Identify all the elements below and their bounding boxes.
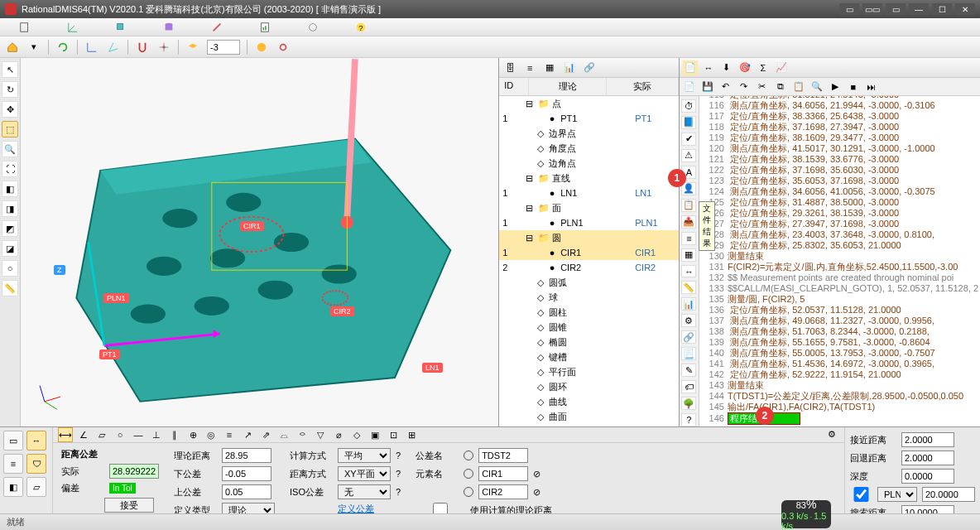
pick-tool-icon[interactable]: ⬚ <box>2 121 18 137</box>
side-link-icon[interactable]: 🔗 <box>681 330 696 344</box>
tol-par-icon[interactable]: ∥ <box>167 427 182 442</box>
tree-row[interactable]: 1●LN1LN1 <box>499 186 679 200</box>
elem2-input[interactable] <box>478 484 528 499</box>
mode-dist-icon[interactable]: ↔ <box>26 431 46 450</box>
tolname-input[interactable] <box>478 448 528 463</box>
side-fileresult-icon[interactable]: 📋 文件结果 <box>681 199 696 212</box>
close-button[interactable]: ✕ <box>955 3 975 15</box>
menu-db-icon[interactable] <box>152 21 185 34</box>
step-icon[interactable]: ⏭ <box>865 80 878 94</box>
side-dim-icon[interactable]: ↔ <box>681 265 696 278</box>
tol-sprof-icon[interactable]: ⌔ <box>295 427 310 442</box>
mode-box-icon[interactable]: ▭ <box>3 431 23 450</box>
calc-help-icon[interactable]: ? <box>396 450 401 460</box>
settings-icon[interactable] <box>276 40 291 55</box>
side-chart-icon[interactable]: 📊 <box>681 297 696 311</box>
tab-tol-icon[interactable]: ↔ <box>701 60 716 75</box>
tol-extra4-icon[interactable]: ⊞ <box>404 427 419 442</box>
tab-probe-icon[interactable]: 🎯 <box>737 60 752 75</box>
rotate-tool-icon[interactable]: ↻ <box>2 81 18 98</box>
redo-icon[interactable]: ↷ <box>737 80 751 94</box>
side-help-icon[interactable]: ? <box>681 413 696 426</box>
tol-run-icon[interactable]: ↗ <box>240 427 255 442</box>
side-doc-icon[interactable]: 📃 <box>681 347 696 360</box>
tab-feature-db-icon[interactable]: 🗄 <box>502 60 517 75</box>
gear-icon[interactable]: ⚙ <box>828 429 836 440</box>
dir-help-icon[interactable]: ? <box>396 469 401 479</box>
plane-select[interactable]: PLN1 <box>877 487 917 502</box>
dropdown-arrow-icon[interactable]: ▾ <box>26 40 41 55</box>
elem1-radio[interactable] <box>464 469 473 479</box>
tree-row[interactable]: ◇椭圆 <box>499 335 679 349</box>
tol-angle-icon[interactable]: ∠ <box>76 427 91 442</box>
tree-row[interactable]: ◇曲面 <box>499 409 679 424</box>
tab-feature-chart-icon[interactable]: 📊 <box>562 60 577 75</box>
menu-report-icon[interactable] <box>248 21 281 34</box>
view3-tool-icon[interactable]: ◩ <box>2 220 18 237</box>
view4-tool-icon[interactable]: ◪ <box>2 240 18 257</box>
layer-input[interactable] <box>207 40 240 55</box>
feature-tree[interactable]: ⊟📁点1●PT1PT1◇边界点◇角度点◇边角点⊟📁直线1●LN1LN1⊟📁面1●… <box>499 96 679 426</box>
stop-icon[interactable]: ■ <box>847 80 860 94</box>
depth-input[interactable] <box>901 469 954 484</box>
side-ruler-icon[interactable]: 📏 <box>681 281 696 294</box>
window-group3-icon[interactable]: ▭ <box>886 3 906 15</box>
elem2-radio[interactable] <box>464 487 473 497</box>
accept-button[interactable]: 接受 <box>104 498 154 513</box>
save-icon[interactable]: 💾 <box>701 80 714 94</box>
tol-line-icon[interactable]: — <box>131 427 146 442</box>
run-icon[interactable]: ▶ <box>829 80 842 94</box>
retract-input[interactable] <box>901 450 954 465</box>
origin-icon[interactable] <box>156 40 171 55</box>
dir-select[interactable]: XY平面 <box>338 466 391 481</box>
tol-flat-icon[interactable]: ▱ <box>94 427 109 442</box>
menu-edit-icon[interactable] <box>200 21 233 34</box>
pan-tool-icon[interactable]: ✥ <box>2 101 18 118</box>
mode-list-icon[interactable]: ≡ <box>3 454 23 474</box>
home-icon[interactable] <box>5 40 20 55</box>
axis-cyan-icon[interactable] <box>106 40 121 55</box>
side-label-icon[interactable]: 🏷 <box>681 380 696 393</box>
tree-row[interactable]: 1●PLN1PLN1 <box>499 215 679 230</box>
tab-feature-list-icon[interactable]: ≡ <box>522 60 537 75</box>
approach-input[interactable] <box>901 432 954 447</box>
tol-extra1-icon[interactable]: ◇ <box>349 427 364 442</box>
tree-row[interactable]: ⊟📁面 <box>499 200 679 215</box>
window-group2-icon[interactable]: ▭▭ <box>862 3 882 15</box>
elem1-clear-icon[interactable]: ⊘ <box>533 469 540 479</box>
tol-cone-icon[interactable]: ▽ <box>313 427 328 442</box>
menu-tool-icon[interactable] <box>296 21 329 34</box>
tol-extra3-icon[interactable]: ⊡ <box>386 427 401 442</box>
side-edit-icon[interactable]: ✎ <box>681 364 696 377</box>
measure-tool-icon[interactable]: 📏 <box>2 280 18 296</box>
fit-tool-icon[interactable]: ⛶ <box>2 161 18 177</box>
tree-row[interactable]: 1●CIR1CIR1 <box>499 245 679 260</box>
side-speed-icon[interactable]: ⏱ <box>681 99 696 113</box>
side-output-icon[interactable]: 📤 <box>681 215 696 229</box>
tree-row[interactable]: 1●PT1PT1 <box>499 111 679 126</box>
cursor-tool-icon[interactable]: ↖ <box>2 61 18 78</box>
view1-tool-icon[interactable]: ◧ <box>2 181 18 197</box>
iso-help-icon[interactable]: ? <box>396 487 401 497</box>
viewport-3d[interactable]: Z PLN1 PT1 LN1 CIR1 CIR2 <box>21 58 499 426</box>
tree-row[interactable]: ◇平行面 <box>499 364 679 379</box>
layer-icon[interactable] <box>185 40 200 55</box>
tab-feature-grid-icon[interactable]: ▦ <box>542 60 557 75</box>
tol-conc-icon[interactable]: ◎ <box>204 427 219 442</box>
tree-row[interactable]: ◇圆环 <box>499 379 679 394</box>
minimize-button[interactable]: — <box>909 3 929 15</box>
side-list-icon[interactable]: ≡ <box>681 232 696 245</box>
calc-select[interactable]: 平均 <box>338 448 391 463</box>
side-check-icon[interactable]: ✔ <box>681 132 696 146</box>
tab-output-icon[interactable]: ⬇ <box>719 60 734 75</box>
menu-axis-icon[interactable] <box>56 21 89 34</box>
tol-trun-icon[interactable]: ⇗ <box>258 427 273 442</box>
palette-icon[interactable] <box>254 40 269 55</box>
tol-round-icon[interactable]: ○ <box>113 427 127 442</box>
tol-cyl-icon[interactable]: ⌀ <box>331 427 346 442</box>
tab-program-icon[interactable]: 📄 <box>683 60 698 75</box>
tree-row[interactable]: ◇球 <box>499 290 679 305</box>
tol-prof-icon[interactable]: ⌓ <box>276 427 291 442</box>
plane-value-input[interactable] <box>922 487 975 502</box>
tab-graph-icon[interactable]: 📈 <box>774 60 789 75</box>
